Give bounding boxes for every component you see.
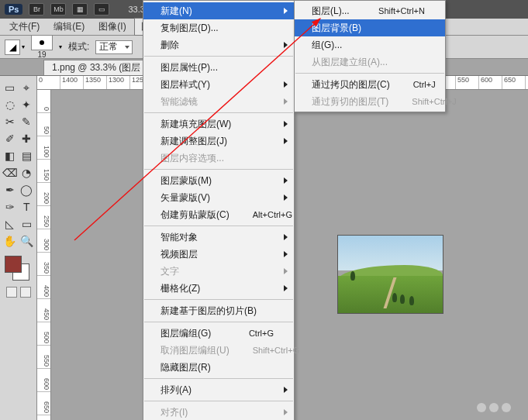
menu-item[interactable]: 新建填充图层(W) <box>143 115 294 133</box>
menu-item-label: 新建填充图层(W) <box>160 118 231 131</box>
menu-item-label: 图层(L)... <box>312 5 350 18</box>
quickmask-icons[interactable] <box>2 287 35 298</box>
brush-size-text: 19 <box>31 50 53 59</box>
menu-item-label: 图层属性(P)... <box>160 61 218 74</box>
tool-button[interactable]: ⌖ <box>19 79 36 96</box>
menu-item[interactable]: 视频图层 <box>143 246 294 263</box>
menu-item-label: 创建剪贴蒙版(C) <box>160 208 229 222</box>
ruler-tick: 500 <box>37 322 50 346</box>
tool-button[interactable]: ◧ <box>2 147 19 164</box>
menu-item[interactable]: 图层样式(Y) <box>143 76 294 93</box>
menu-item-label: 隐藏图层(R) <box>160 361 211 374</box>
blend-mode-label: 模式: <box>68 40 89 53</box>
tool-button[interactable]: ✐ <box>2 130 19 147</box>
menu-item-label: 对齐(I) <box>160 406 188 419</box>
tool-button[interactable]: ▤ <box>19 147 36 164</box>
menu-item[interactable]: 图层属性(P)... <box>143 59 294 76</box>
menu-item-label: 矢量蒙版(V) <box>160 191 210 205</box>
menu-item-label: 新建调整图层(J) <box>160 135 227 148</box>
ruler-tick: 250 <box>37 206 50 229</box>
tool-preset-icon[interactable]: ◢ <box>5 40 20 55</box>
ruler-tick: 600 <box>479 76 502 89</box>
tool-button[interactable]: ✚ <box>19 130 36 147</box>
ruler-tick: 550 <box>456 76 479 89</box>
toolbox: ▭⌖◌✦✂✎✐✚◧▤⌫◔✒◯✑T◺▭✋🔍 <box>0 76 37 420</box>
view-extras-button[interactable]: ▦ <box>72 3 88 15</box>
layer-menu-dropdown: 新建(N)复制图层(D)...删除图层属性(P)...图层样式(Y)智能滤镜新建… <box>143 0 295 420</box>
ruler-tick: 650 <box>37 392 50 415</box>
tool-button[interactable]: ▭ <box>2 79 19 96</box>
menu-item-label: 智能对象 <box>160 231 198 244</box>
menu-item[interactable]: 智能对象 <box>143 229 294 246</box>
ruler-tick: 450 <box>37 299 50 322</box>
menu-item[interactable]: 新建(N) <box>143 2 294 19</box>
tool-button[interactable]: ⌫ <box>2 164 19 181</box>
tool-button[interactable]: ✂ <box>2 113 19 130</box>
tool-button[interactable]: ◯ <box>19 181 36 198</box>
ruler-tick: 300 <box>37 229 50 253</box>
tool-button[interactable]: ▭ <box>19 215 36 232</box>
menu-item-shortcut: Ctrl+J <box>390 80 436 89</box>
menu-item-shortcut: Shift+Ctrl+N <box>355 6 425 15</box>
menu-item[interactable]: 通过拷贝的图层(C)Ctrl+J <box>295 76 445 93</box>
ruler-tick: 550 <box>37 346 50 369</box>
tool-preset-dropdown-icon[interactable]: ▾ <box>22 43 25 50</box>
menu-image[interactable]: 图像(I) <box>92 19 132 35</box>
menu-edit[interactable]: 编辑(E) <box>47 19 91 35</box>
menu-item-label: 删除 <box>160 39 179 52</box>
menu-item[interactable]: 图层编组(G)Ctrl+G <box>143 325 294 342</box>
minibridge-button[interactable]: Mb <box>50 3 66 15</box>
tool-button[interactable]: 🔍 <box>19 232 36 250</box>
document-image[interactable] <box>338 236 443 313</box>
tool-button[interactable]: ✒ <box>2 181 19 198</box>
menu-item: 从图层建立组(A)... <box>295 53 445 71</box>
menu-item[interactable]: 创建剪贴蒙版(C)Alt+Ctrl+G <box>143 206 294 223</box>
brush-thumb[interactable] <box>31 35 53 50</box>
color-swatches[interactable] <box>2 254 33 282</box>
menu-item[interactable]: 隐藏图层(R) <box>143 359 294 376</box>
menu-item[interactable]: 新建基于图层的切片(B) <box>143 302 294 319</box>
menu-item[interactable]: 删除 <box>143 36 294 53</box>
tool-button[interactable]: ✎ <box>19 113 36 130</box>
menu-item[interactable]: 复制图层(D)... <box>143 19 294 36</box>
menu-item-shortcut: Shift+Ctrl+G <box>229 346 300 355</box>
menu-item[interactable]: 栅格化(Z) <box>143 280 294 297</box>
ruler-tick: 150 <box>37 160 50 183</box>
tool-button[interactable]: T <box>19 198 36 215</box>
tool-button[interactable]: ◌ <box>2 96 19 113</box>
tool-button[interactable]: ✋ <box>2 232 19 250</box>
menu-item-label: 从图层建立组(A)... <box>312 56 388 69</box>
menu-item[interactable]: 图层蒙版(M) <box>143 172 294 189</box>
menu-item: 智能滤镜 <box>143 93 294 110</box>
tool-button[interactable]: ◔ <box>19 164 36 181</box>
menu-item-label: 图层蒙版(M) <box>160 174 212 188</box>
menu-item: 取消图层编组(U)Shift+Ctrl+G <box>143 342 294 359</box>
brush-dropdown-icon[interactable]: ▾ <box>59 43 62 50</box>
menu-item[interactable]: 矢量蒙版(V) <box>143 189 294 206</box>
menu-item-shortcut: Ctrl+G <box>226 329 274 338</box>
ruler-tick: 400 <box>37 276 50 299</box>
menu-item-label: 新建基于图层的切片(B) <box>160 305 257 318</box>
blend-mode-combo[interactable]: 正常 <box>95 40 133 54</box>
tool-button[interactable]: ◺ <box>2 215 19 232</box>
screen-mode-button[interactable]: ▭ <box>94 3 109 15</box>
menu-item-label: 图层编组(G) <box>160 327 211 340</box>
menu-item[interactable]: 排列(A) <box>143 381 294 398</box>
menu-item-label: 通过剪切的图层(T) <box>312 95 388 108</box>
ruler-tick: 50 <box>37 113 50 136</box>
ruler-vertical: 0501001502002503003504004505005506006507… <box>37 90 51 420</box>
menu-item[interactable]: 新建调整图层(J) <box>143 133 294 150</box>
menu-item[interactable]: 图层背景(B) <box>295 19 445 36</box>
ps-logo: Ps <box>5 4 22 15</box>
tool-button[interactable]: ✦ <box>19 96 36 113</box>
bridge-button[interactable]: Br <box>29 3 44 15</box>
ruler-tick: 700 <box>37 415 50 420</box>
menu-item: 对齐(I) <box>143 404 294 420</box>
menu-item-label: 通过拷贝的图层(C) <box>312 78 390 91</box>
watermark-icon <box>477 403 511 412</box>
menu-item[interactable]: 图层(L)...Shift+Ctrl+N <box>295 2 445 19</box>
tool-button[interactable]: ✑ <box>2 198 19 215</box>
menu-item[interactable]: 组(G)... <box>295 36 445 53</box>
menu-item-label: 文字 <box>160 265 179 278</box>
menu-file[interactable]: 文件(F) <box>3 19 46 35</box>
